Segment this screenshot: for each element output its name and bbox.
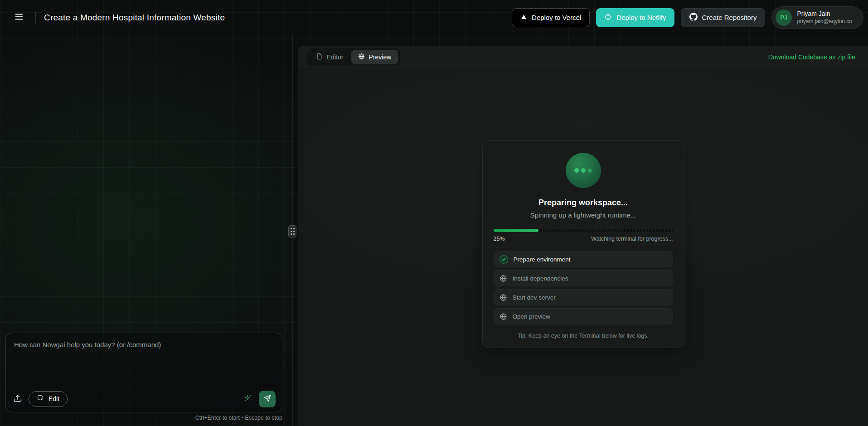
user-email: priyam.jain@aqylon.co xyxy=(797,18,852,25)
edit-button-label: Edit xyxy=(48,395,59,402)
vercel-triangle-icon xyxy=(520,14,527,22)
avatar: PJ xyxy=(776,10,792,26)
hamburger-menu-icon xyxy=(14,12,24,23)
create-repository-button[interactable]: Create Repository xyxy=(681,8,766,27)
check-circle-icon xyxy=(499,255,508,264)
app-root: Create a Modern Hospital Information Web… xyxy=(0,0,868,426)
progress-status: Watching terminal for progress... xyxy=(591,236,673,242)
status-title: Preparing workspace... xyxy=(494,198,673,208)
prompt-input-box: Edit xyxy=(5,333,282,412)
status-tip: Tip: Keep an eye on the Terminal below f… xyxy=(494,333,673,339)
status-subtitle: Spinning up a lightweight runtime... xyxy=(494,211,673,219)
tab-preview-label: Preview xyxy=(369,53,392,61)
upload-button[interactable] xyxy=(12,393,23,405)
progress-meta: 25% Watching terminal for progress... xyxy=(494,236,673,242)
progress-fill xyxy=(494,229,538,232)
github-icon xyxy=(689,13,698,22)
hamburger-menu-button[interactable] xyxy=(11,10,27,26)
create-repository-label: Create Repository xyxy=(702,14,757,21)
tab-editor[interactable]: Editor xyxy=(309,50,350,64)
step-label: Start dev server xyxy=(513,294,556,301)
deploy-to-vercel-button[interactable]: Deploy to Vercel xyxy=(512,8,590,27)
user-account-chip[interactable]: PJ Priyam Jain priyam.jain@aqylon.co xyxy=(771,6,863,29)
preview-content: Preparing workspace... Spinning up a lig… xyxy=(298,68,868,426)
page-title: Create a Modern Hospital Information Web… xyxy=(44,13,225,23)
progress-bar xyxy=(494,229,673,232)
enhance-prompt-button[interactable] xyxy=(242,393,253,405)
step-label: Install dependencies xyxy=(513,275,568,282)
globe-icon xyxy=(499,275,507,282)
globe-icon xyxy=(499,313,507,320)
step-start-dev-server: Start dev server xyxy=(494,289,673,305)
header-divider xyxy=(35,12,36,24)
netlify-diamond-icon xyxy=(604,13,612,22)
workspace-status-card: Preparing workspace... Spinning up a lig… xyxy=(482,140,684,348)
globe-icon xyxy=(358,53,365,61)
sparkles-icon xyxy=(243,394,252,404)
workspace-tabbar: Editor Preview Download Codebase as zip … xyxy=(298,46,868,68)
deploy-to-netlify-label: Deploy to Netlify xyxy=(616,14,666,21)
loading-orb-icon xyxy=(566,153,601,188)
chat-panel: Edit Ctrl+Enter to start • Escape to sto… xyxy=(0,35,292,426)
app-header: Create a Modern Hospital Information Web… xyxy=(0,0,868,35)
globe-icon xyxy=(499,294,507,301)
tab-preview[interactable]: Preview xyxy=(351,50,398,64)
edit-button[interactable]: Edit xyxy=(29,391,68,407)
prompt-toolbar: Edit xyxy=(12,391,276,407)
send-plane-icon xyxy=(263,394,272,404)
user-meta: Priyam Jain priyam.jain@aqylon.co xyxy=(797,10,852,25)
setup-steps: Prepare environment Install dependencies… xyxy=(494,251,673,324)
box-select-cursor-icon xyxy=(37,394,44,403)
deploy-to-netlify-button[interactable]: Deploy to Netlify xyxy=(596,8,674,27)
step-open-preview: Open preview xyxy=(494,308,673,324)
tab-editor-label: Editor xyxy=(327,53,344,61)
file-icon xyxy=(316,53,323,61)
deploy-to-vercel-label: Deploy to Vercel xyxy=(532,14,581,21)
workspace-panel: Editor Preview Download Codebase as zip … xyxy=(298,46,868,426)
step-label: Prepare environment xyxy=(514,256,571,263)
send-button[interactable] xyxy=(259,391,276,407)
download-codebase-link[interactable]: Download Codebase as zip file xyxy=(768,53,855,61)
shortcut-hint: Ctrl+Enter to start • Escape to stop xyxy=(195,415,282,421)
progress-percent: 25% xyxy=(494,236,505,242)
user-name: Priyam Jain xyxy=(797,10,852,18)
upload-icon xyxy=(13,394,22,404)
header-actions: Deploy to Vercel Deploy to Netlify Creat… xyxy=(512,6,863,29)
prompt-input[interactable] xyxy=(6,333,282,387)
pane-resize-handle[interactable] xyxy=(288,225,296,237)
view-tabs: Editor Preview xyxy=(307,48,400,66)
step-prepare-environment: Prepare environment xyxy=(494,251,673,267)
step-label: Open preview xyxy=(513,313,550,320)
step-install-dependencies: Install dependencies xyxy=(494,270,673,286)
